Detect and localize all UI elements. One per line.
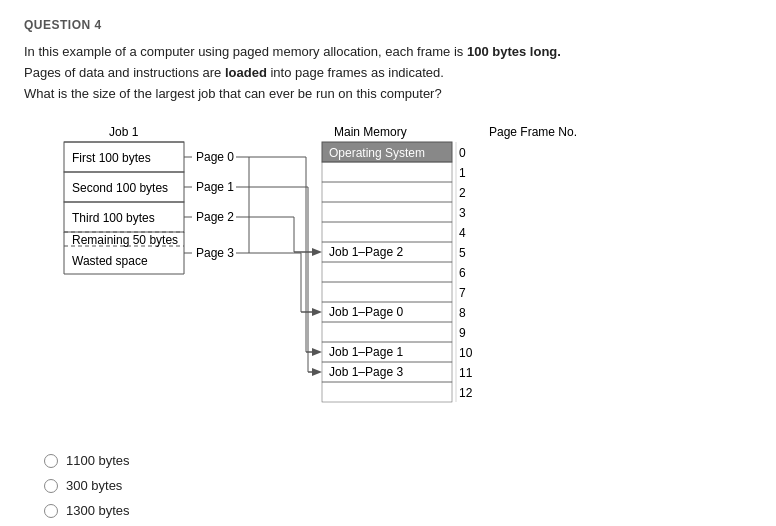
mm-cell-3 (322, 202, 452, 222)
page2-arrow (312, 248, 322, 256)
frame-num-6: 6 (459, 266, 466, 280)
frame-num-5: 5 (459, 246, 466, 260)
option-row-0[interactable]: 1100 bytes (44, 453, 752, 468)
question-text: In this example of a computer using page… (24, 42, 684, 104)
svg-text:Job 1–Page 3: Job 1–Page 3 (329, 365, 403, 379)
frame-num-10: 10 (459, 346, 473, 360)
svg-text:First 100 bytes: First 100 bytes (72, 151, 151, 165)
radio-0[interactable] (44, 454, 58, 468)
mm-cell-9 (322, 322, 452, 342)
question-label: QUESTION 4 (24, 18, 752, 32)
radio-1[interactable] (44, 479, 58, 493)
frame-num-0: 0 (459, 146, 466, 160)
svg-text:Remaining 50 bytes: Remaining 50 bytes (72, 233, 178, 247)
frame-num-3: 3 (459, 206, 466, 220)
svg-text:Job 1–Page 0: Job 1–Page 0 (329, 305, 403, 319)
option-row-1[interactable]: 300 bytes (44, 478, 752, 493)
mm-cell-2 (322, 182, 452, 202)
diagram-area: Job 1 Main Memory Page Frame No. First 1… (44, 122, 752, 435)
page0-arrow (312, 348, 322, 356)
diagram-svg: Job 1 Main Memory Page Frame No. First 1… (44, 122, 644, 432)
page1-arrow (312, 368, 322, 376)
svg-text:Operating System: Operating System (329, 146, 425, 160)
svg-text:Page 0: Page 0 (196, 150, 234, 164)
svg-text:Job 1–Page 1: Job 1–Page 1 (329, 345, 403, 359)
svg-text:Second 100 bytes: Second 100 bytes (72, 181, 168, 195)
svg-text:Third 100 bytes: Third 100 bytes (72, 211, 155, 225)
frame-num-7: 7 (459, 286, 466, 300)
frame-num-2: 2 (459, 186, 466, 200)
frame-num-12: 12 (459, 386, 473, 400)
mm-cell-4 (322, 222, 452, 242)
option-label-0: 1100 bytes (66, 453, 130, 468)
svg-text:Wasted space: Wasted space (72, 254, 148, 268)
page3-arrow (312, 308, 322, 316)
frame-num-4: 4 (459, 226, 466, 240)
option-label-2: 1300 bytes (66, 503, 130, 518)
mm-cell-6 (322, 262, 452, 282)
frame-label: Page Frame No. (489, 125, 577, 139)
svg-text:Page 1: Page 1 (196, 180, 234, 194)
option-row-2[interactable]: 1300 bytes (44, 503, 752, 518)
options-section: 1100 bytes 300 bytes 1300 bytes 1200 byt… (44, 453, 752, 526)
mm-cell-1 (322, 162, 452, 182)
radio-2[interactable] (44, 504, 58, 518)
mm-cell-12 (322, 382, 452, 402)
mm-cell-7 (322, 282, 452, 302)
main-memory-label: Main Memory (334, 125, 407, 139)
svg-text:Job 1–Page 2: Job 1–Page 2 (329, 245, 403, 259)
job1-label: Job 1 (109, 125, 139, 139)
svg-text:Page 3: Page 3 (196, 246, 234, 260)
frame-num-1: 1 (459, 166, 466, 180)
frame-num-8: 8 (459, 306, 466, 320)
frame-num-9: 9 (459, 326, 466, 340)
frame-num-11: 11 (459, 366, 473, 380)
option-label-1: 300 bytes (66, 478, 122, 493)
svg-text:Page 2: Page 2 (196, 210, 234, 224)
